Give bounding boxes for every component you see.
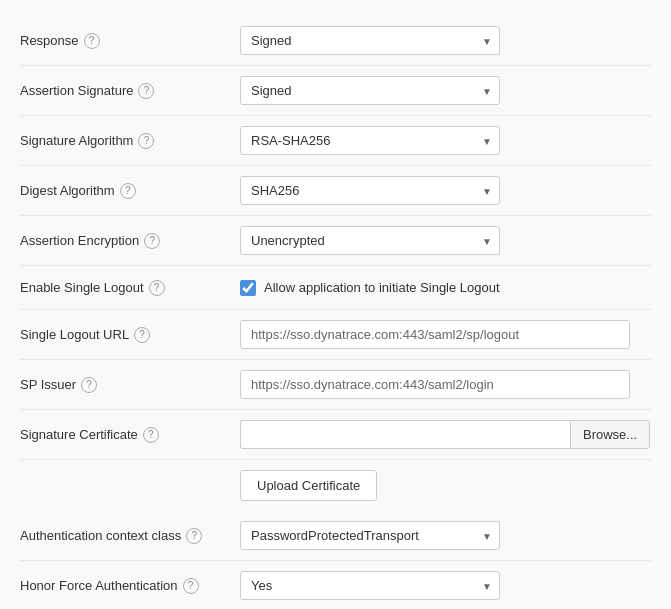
label-single-logout-url: Single Logout URL?: [20, 327, 240, 343]
control-single-logout-url: [240, 320, 651, 349]
help-icon-response[interactable]: ?: [84, 33, 100, 49]
input-sp-issuer[interactable]: [240, 370, 630, 399]
control-honor-force-authentication: YesNo▼: [240, 571, 651, 600]
upload-certificate-button[interactable]: Upload Certificate: [240, 470, 377, 501]
label-text-assertion-signature: Assertion Signature: [20, 83, 133, 98]
control-enable-single-logout: Allow application to initiate Single Log…: [240, 280, 651, 296]
select-honor-force-authentication[interactable]: YesNo: [240, 571, 500, 600]
help-icon-single-logout-url[interactable]: ?: [134, 327, 150, 343]
select-wrapper-response: SignedUnsigned▼: [240, 26, 500, 55]
label-text-enable-single-logout: Enable Single Logout: [20, 280, 144, 295]
select-wrapper-digest-algorithm: SHA256SHA1SHA384SHA512▼: [240, 176, 500, 205]
row-sp-issuer: SP Issuer?: [20, 360, 651, 410]
label-signature-certificate: Signature Certificate?: [20, 427, 240, 443]
control-signature-algorithm: RSA-SHA256RSA-SHA1RSA-SHA384RSA-SHA512▼: [240, 126, 651, 155]
label-digest-algorithm: Digest Algorithm?: [20, 183, 240, 199]
label-text-honor-force-authentication: Honor Force Authentication: [20, 578, 178, 593]
label-sp-issuer: SP Issuer?: [20, 377, 240, 393]
control-assertion-signature: SignedUnsigned▼: [240, 76, 651, 105]
row-enable-single-logout: Enable Single Logout?Allow application t…: [20, 266, 651, 310]
control-response: SignedUnsigned▼: [240, 26, 651, 55]
row-honor-force-authentication: Honor Force Authentication?YesNo▼: [20, 561, 651, 609]
row-authentication-context-class: Authentication context class?PasswordPro…: [20, 511, 651, 561]
help-icon-assertion-encryption[interactable]: ?: [144, 233, 160, 249]
label-text-authentication-context-class: Authentication context class: [20, 528, 181, 543]
help-icon-signature-algorithm[interactable]: ?: [138, 133, 154, 149]
select-assertion-encryption[interactable]: UnencryptedEncrypted: [240, 226, 500, 255]
select-wrapper-signature-algorithm: RSA-SHA256RSA-SHA1RSA-SHA384RSA-SHA512▼: [240, 126, 500, 155]
select-wrapper-authentication-context-class: PasswordProtectedTransportPasswordTLSCli…: [240, 521, 500, 550]
label-enable-single-logout: Enable Single Logout?: [20, 280, 240, 296]
label-text-signature-algorithm: Signature Algorithm: [20, 133, 133, 148]
upload-row: Upload Certificate: [20, 460, 651, 511]
select-response[interactable]: SignedUnsigned: [240, 26, 500, 55]
checkbox-row-enable-single-logout: Allow application to initiate Single Log…: [240, 280, 500, 296]
control-assertion-encryption: UnencryptedEncrypted▼: [240, 226, 651, 255]
label-honor-force-authentication: Honor Force Authentication?: [20, 578, 240, 594]
select-assertion-signature[interactable]: SignedUnsigned: [240, 76, 500, 105]
help-icon-authentication-context-class[interactable]: ?: [186, 528, 202, 544]
row-assertion-signature: Assertion Signature?SignedUnsigned▼: [20, 66, 651, 116]
help-icon-assertion-signature[interactable]: ?: [138, 83, 154, 99]
select-authentication-context-class[interactable]: PasswordProtectedTransportPasswordTLSCli…: [240, 521, 500, 550]
help-icon-sp-issuer[interactable]: ?: [81, 377, 97, 393]
label-text-assertion-encryption: Assertion Encryption: [20, 233, 139, 248]
help-icon-enable-single-logout[interactable]: ?: [149, 280, 165, 296]
checkbox-label-enable-single-logout: Allow application to initiate Single Log…: [264, 280, 500, 295]
label-text-signature-certificate: Signature Certificate: [20, 427, 138, 442]
help-icon-digest-algorithm[interactable]: ?: [120, 183, 136, 199]
label-assertion-signature: Assertion Signature?: [20, 83, 240, 99]
help-icon-signature-certificate[interactable]: ?: [143, 427, 159, 443]
browse-button[interactable]: Browse...: [570, 420, 650, 449]
select-signature-algorithm[interactable]: RSA-SHA256RSA-SHA1RSA-SHA384RSA-SHA512: [240, 126, 500, 155]
select-wrapper-honor-force-authentication: YesNo▼: [240, 571, 500, 600]
row-single-logout-url: Single Logout URL?: [20, 310, 651, 360]
saml-settings-form: Response?SignedUnsigned▼Assertion Signat…: [20, 16, 651, 609]
file-input-wrapper: Browse...: [240, 420, 650, 449]
label-text-sp-issuer: SP Issuer: [20, 377, 76, 392]
label-assertion-encryption: Assertion Encryption?: [20, 233, 240, 249]
row-assertion-encryption: Assertion Encryption?UnencryptedEncrypte…: [20, 216, 651, 266]
input-single-logout-url[interactable]: [240, 320, 630, 349]
control-signature-certificate: Browse...: [240, 420, 651, 449]
label-text-digest-algorithm: Digest Algorithm: [20, 183, 115, 198]
help-icon-honor-force-authentication[interactable]: ?: [183, 578, 199, 594]
label-text-response: Response: [20, 33, 79, 48]
row-response: Response?SignedUnsigned▼: [20, 16, 651, 66]
row-digest-algorithm: Digest Algorithm?SHA256SHA1SHA384SHA512▼: [20, 166, 651, 216]
select-digest-algorithm[interactable]: SHA256SHA1SHA384SHA512: [240, 176, 500, 205]
row-signature-certificate: Signature Certificate?Browse...: [20, 410, 651, 460]
signature-certificate-input[interactable]: [240, 420, 570, 449]
select-wrapper-assertion-signature: SignedUnsigned▼: [240, 76, 500, 105]
control-authentication-context-class: PasswordProtectedTransportPasswordTLSCli…: [240, 521, 651, 550]
label-text-single-logout-url: Single Logout URL: [20, 327, 129, 342]
label-response: Response?: [20, 33, 240, 49]
label-signature-algorithm: Signature Algorithm?: [20, 133, 240, 149]
label-authentication-context-class: Authentication context class?: [20, 528, 240, 544]
select-wrapper-assertion-encryption: UnencryptedEncrypted▼: [240, 226, 500, 255]
row-signature-algorithm: Signature Algorithm?RSA-SHA256RSA-SHA1RS…: [20, 116, 651, 166]
checkbox-enable-single-logout[interactable]: [240, 280, 256, 296]
control-digest-algorithm: SHA256SHA1SHA384SHA512▼: [240, 176, 651, 205]
control-sp-issuer: [240, 370, 651, 399]
